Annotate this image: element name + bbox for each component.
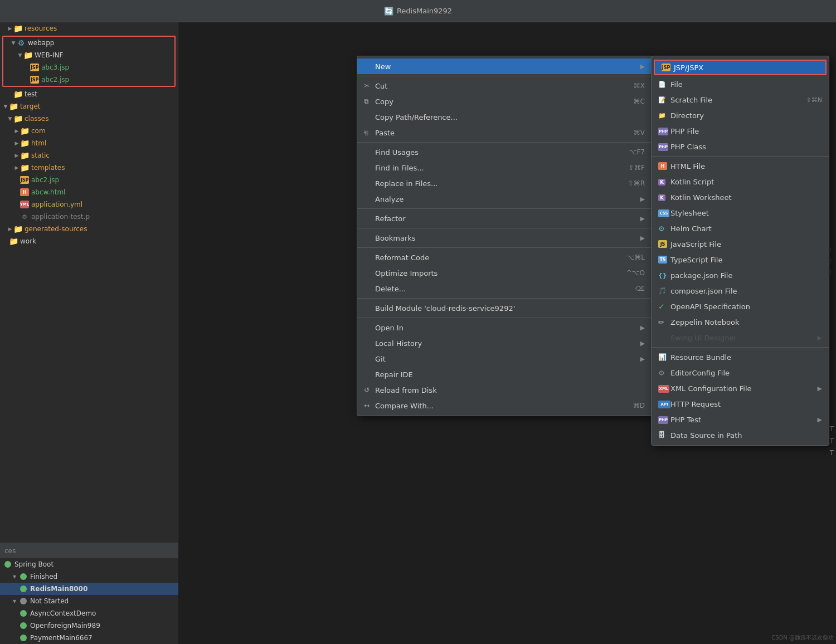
t-item-1: T: [830, 423, 834, 436]
cut-shortcut: ⌘X: [634, 82, 645, 90]
find-usages-shortcut: ⌥F7: [629, 148, 645, 156]
tree-arrow-static: [13, 152, 20, 159]
submenu-label-php-class: PHP Class: [670, 143, 822, 151]
submenu-item-http[interactable]: API HTTP Request: [652, 396, 829, 412]
tree-label-resources: resources: [25, 25, 57, 32]
menu-item-cut[interactable]: ✂ Cut ⌘X: [357, 78, 652, 94]
menu-item-analyze[interactable]: Analyze ▶: [357, 191, 652, 207]
menu-item-copy-path[interactable]: Copy Path/Reference...: [357, 109, 652, 125]
tree-item-abcw[interactable]: H abcw.html: [0, 186, 178, 198]
menu-item-reload[interactable]: ↺ Reload from Disk: [357, 382, 652, 398]
submenu-item-datasource[interactable]: 🗄 Data Source in Path: [652, 427, 829, 443]
submenu-item-ts[interactable]: TS TypeScript File: [652, 252, 829, 267]
menu-item-compare[interactable]: ↔ Compare With... ⌘D: [357, 398, 652, 413]
tree-label-webapp: webapp: [28, 39, 54, 47]
menu-item-refactor[interactable]: Refactor ▶: [357, 211, 652, 226]
sb-item-payment[interactable]: PaymentMain6667: [0, 632, 178, 644]
tree-item-work[interactable]: 📁 work: [0, 235, 178, 247]
tree-item-target[interactable]: 📁 target: [0, 100, 178, 113]
sb-item-redismain8000[interactable]: RedisMain8000: [0, 583, 178, 595]
menu-item-repair[interactable]: Repair IDE: [357, 367, 652, 382]
submenu-label-helm: Helm Chart: [670, 225, 822, 233]
tree-item-abc3-jsp[interactable]: JSP abc3.jsp: [3, 61, 174, 74]
menu-item-open-in[interactable]: Open In ▶: [357, 320, 652, 335]
menu-item-optimize[interactable]: Optimize Imports ^⌥O: [357, 265, 652, 281]
tree-item-templates[interactable]: 📁 templates: [0, 162, 178, 174]
tree-item-resources[interactable]: 📁 resources: [0, 22, 178, 35]
menu-item-copy[interactable]: ⧉ Copy ⌘C: [357, 94, 652, 109]
submenu-label-jsp: JSP/JSPX: [674, 64, 819, 72]
tree-item-abc2-jsp-web[interactable]: JSP abc2.jsp: [3, 74, 174, 86]
tree-label-abcw: abcw.html: [31, 188, 65, 196]
spring-boot-header[interactable]: Spring Boot: [0, 558, 178, 570]
menu-label-find-files: Find in Files...: [375, 164, 618, 172]
sb-dot-payment: [20, 635, 27, 641]
submenu-item-editorconfig[interactable]: ⚙ EditorConfig File: [652, 365, 829, 380]
submenu-item-helm[interactable]: ⚙ Helm Chart: [652, 221, 829, 236]
tree-item-webapp[interactable]: ⚙ webapp: [3, 37, 174, 49]
menu-item-new[interactable]: New ▶: [357, 58, 652, 74]
submenu-label-js: JavaScript File: [670, 240, 822, 248]
tree-label-generated: generated-sources: [25, 225, 87, 233]
submenu-item-html[interactable]: H HTML File: [652, 158, 829, 174]
menu-label-delete: Delete...: [375, 285, 624, 293]
submenu-item-scratch[interactable]: 📝 Scratch File ⇧⌘N: [652, 92, 829, 108]
menu-item-find-usages[interactable]: Find Usages ⌥F7: [357, 144, 652, 160]
sb-item-async[interactable]: AsyncContextDemo: [0, 607, 178, 619]
folder-icon-target: 📁: [9, 102, 18, 111]
menu-label-open-in: Open In: [375, 324, 636, 332]
paste-shortcut: ⌘V: [634, 129, 645, 136]
submenu-item-xml[interactable]: XML XML Configuration File ▶: [652, 380, 829, 396]
menu-item-bookmarks[interactable]: Bookmarks ▶: [357, 230, 652, 246]
tree-item-abc2-classes[interactable]: JSP abc2.jsp: [0, 174, 178, 186]
delete-shortcut: ⌫: [635, 285, 645, 292]
submenu-item-kotlin-script[interactable]: K Kotlin Script: [652, 174, 829, 189]
sidebar: 📁 resources ⚙ webapp 📁 WEB-INF: [0, 22, 178, 644]
sb-dot-notstarted: [20, 598, 27, 604]
submenu-item-file[interactable]: 📄 File: [652, 76, 829, 92]
tree-item-test[interactable]: 📁 test: [0, 88, 178, 100]
sb-item-openforeign[interactable]: OpenforeignMain989: [0, 619, 178, 632]
tree-item-static[interactable]: 📁 static: [0, 149, 178, 162]
menu-item-find-files[interactable]: Find in Files... ⇧⌘F: [357, 160, 652, 175]
menu-item-delete[interactable]: Delete... ⌫: [357, 281, 652, 296]
submenu-item-php-file[interactable]: PHP PHP File: [652, 123, 829, 139]
tree-item-webinf[interactable]: 📁 WEB-INF: [3, 49, 174, 61]
submenu-item-php-test[interactable]: PHP PHP Test ▶: [652, 412, 829, 427]
tree-item-classes[interactable]: 📁 classes: [0, 113, 178, 125]
menu-item-reformat[interactable]: Reformat Code ⌥⌘L: [357, 250, 652, 265]
menu-item-build[interactable]: Build Module 'cloud-redis-service9292': [357, 300, 652, 316]
submenu-item-package-json[interactable]: {} package.json File: [652, 267, 829, 283]
menu-item-local-history[interactable]: Local History ▶: [357, 335, 652, 351]
submenu-item-directory[interactable]: 📁 Directory: [652, 108, 829, 123]
submenu-item-openapi[interactable]: ✓ OpenAPI Specification: [652, 299, 829, 314]
menu-label-git: Git: [375, 355, 636, 363]
menu-item-paste[interactable]: ⎗ Paste ⌘V: [357, 125, 652, 140]
submenu-item-jsp[interactable]: JSP JSP/JSPX: [654, 60, 827, 75]
submenu-item-resource-bundle[interactable]: 📊 Resource Bundle: [652, 349, 829, 365]
tree-item-com[interactable]: 📁 com: [0, 125, 178, 137]
submenu-item-kotlin-worksheet[interactable]: K Kotlin Worksheet: [652, 189, 829, 205]
tree-item-app-test[interactable]: ⚙ application-test.p: [0, 211, 178, 223]
tree-item-html[interactable]: 📁 html: [0, 137, 178, 149]
menu-item-git[interactable]: Git ▶: [357, 351, 652, 367]
submenu-item-stylesheet[interactable]: CSS Stylesheet: [652, 205, 829, 221]
refactor-arrow: ▶: [640, 215, 645, 222]
tree-item-application-yml[interactable]: YML application.yml: [0, 198, 178, 211]
folder-icon-test: 📁: [13, 90, 22, 99]
menu-item-replace-files[interactable]: Replace in Files... ⇧⌘R: [357, 175, 652, 191]
helm-icon: ⚙: [658, 225, 670, 233]
tree-label-test: test: [25, 90, 37, 98]
t-items: T T T: [830, 423, 834, 460]
submenu-item-composer[interactable]: 🎵 composer.json File: [652, 283, 829, 299]
submenu-item-js[interactable]: JS JavaScript File: [652, 236, 829, 252]
submenu-item-zeppelin[interactable]: ✏ Zeppelin Notebook: [652, 314, 829, 330]
html-file-icon: H: [658, 162, 670, 170]
sb-item-finished[interactable]: Finished: [0, 570, 178, 583]
tree-item-generated[interactable]: 📁 generated-sources: [0, 223, 178, 235]
scratch-shortcut: ⇧⌘N: [806, 96, 822, 104]
submenu-item-php-class[interactable]: PHP PHP Class: [652, 139, 829, 154]
bookmarks-arrow: ▶: [640, 235, 645, 242]
window-title: RedisMain9292: [397, 7, 452, 15]
sb-item-notstarted[interactable]: Not Started: [0, 595, 178, 607]
